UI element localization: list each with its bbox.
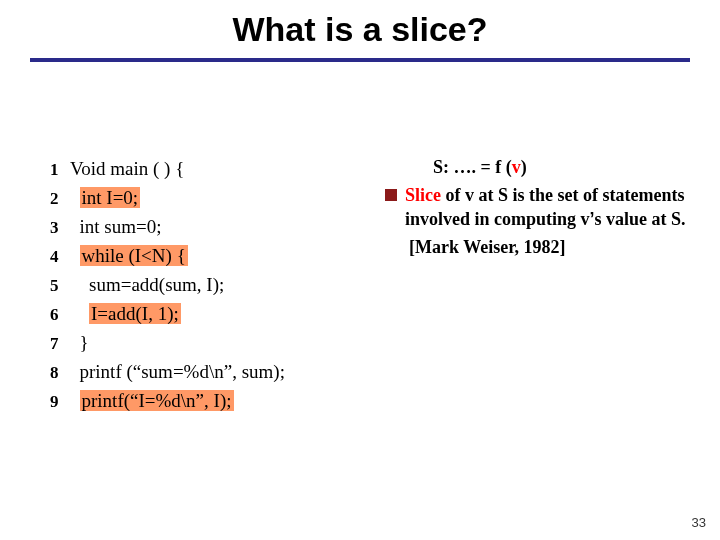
definition-text-b: s value at S. bbox=[595, 209, 686, 229]
line-number: 6 bbox=[50, 300, 70, 329]
highlighted-code: int I=0; bbox=[80, 187, 141, 208]
line-number: 3 bbox=[50, 213, 70, 242]
page-number: 33 bbox=[692, 515, 706, 530]
definition-line-1: S: …. = f (v) bbox=[385, 155, 695, 179]
code-text: I=add(I, 1); bbox=[70, 300, 181, 328]
definition-line-2: Slice of v at S is the set of statements… bbox=[385, 183, 695, 231]
code-block: 1Void main ( ) {2 int I=0;3 int sum=0;4 … bbox=[50, 155, 380, 416]
code-line: 9 printf(“I=%d\n”, I); bbox=[50, 387, 380, 416]
line-number: 5 bbox=[50, 271, 70, 300]
code-line: 1Void main ( ) { bbox=[50, 155, 380, 184]
slide-title: What is a slice? bbox=[0, 10, 720, 49]
code-text: } bbox=[70, 329, 89, 357]
definition-block: S: …. = f (v) Slice of v at S is the set… bbox=[385, 155, 695, 263]
code-text: printf (“sum=%d\n”, sum); bbox=[70, 358, 285, 386]
slice-word: Slice bbox=[405, 185, 441, 205]
code-line: 5 sum=add(sum, I); bbox=[50, 271, 380, 300]
s-expression-prefix: S: …. = f ( bbox=[433, 157, 512, 177]
code-line: 8 printf (“sum=%d\n”, sum); bbox=[50, 358, 380, 387]
highlighted-code: while (I<N) { bbox=[80, 245, 188, 266]
s-expression-suffix: ) bbox=[521, 157, 527, 177]
citation-text: [Mark Weiser, 1982] bbox=[405, 235, 695, 259]
line-number: 7 bbox=[50, 329, 70, 358]
slide: What is a slice? 1Void main ( ) {2 int I… bbox=[0, 0, 720, 540]
code-line: 6 I=add(I, 1); bbox=[50, 300, 380, 329]
line-number: 4 bbox=[50, 242, 70, 271]
citation-line: [Mark Weiser, 1982] bbox=[385, 235, 695, 259]
line-number: 8 bbox=[50, 358, 70, 387]
bullet-icon bbox=[385, 189, 397, 201]
code-text: while (I<N) { bbox=[70, 242, 188, 270]
code-line: 4 while (I<N) { bbox=[50, 242, 380, 271]
s-expression-variable: v bbox=[512, 157, 521, 177]
code-text: sum=add(sum, I); bbox=[70, 271, 224, 299]
code-line: 3 int sum=0; bbox=[50, 213, 380, 242]
line-number: 1 bbox=[50, 155, 70, 184]
title-underline bbox=[30, 58, 690, 62]
code-text: int sum=0; bbox=[70, 213, 161, 241]
highlighted-code: I=add(I, 1); bbox=[89, 303, 181, 324]
code-text: int I=0; bbox=[70, 184, 140, 212]
highlighted-code: printf(“I=%d\n”, I); bbox=[80, 390, 234, 411]
line-number: 9 bbox=[50, 387, 70, 416]
code-line: 7 } bbox=[50, 329, 380, 358]
line-number: 2 bbox=[50, 184, 70, 213]
code-line: 2 int I=0; bbox=[50, 184, 380, 213]
code-text: Void main ( ) { bbox=[70, 155, 184, 183]
code-text: printf(“I=%d\n”, I); bbox=[70, 387, 234, 415]
